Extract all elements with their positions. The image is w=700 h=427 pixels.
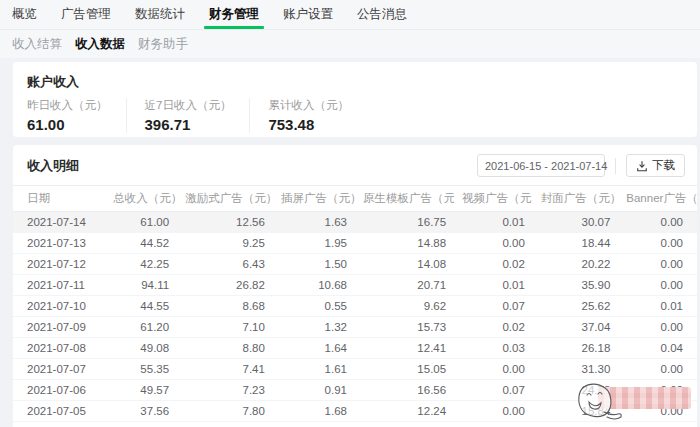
stat-value: 396.71 [145, 116, 232, 133]
cell-value: 8.68 [177, 296, 273, 317]
cell-date: 2021-07-06 [13, 380, 105, 401]
cell-value: 1.95 [273, 233, 355, 254]
income-detail-card: 收入明细 2021-06-15 - 2021-07-14 下载 [13, 145, 697, 427]
cell-value: 61.20 [105, 317, 177, 338]
table-row[interactable]: 2021-07-0649.577.230.9116.560.0724.780.0… [13, 380, 697, 401]
cell-value: 14.88 [355, 233, 454, 254]
topnav-item-ad-management[interactable]: 广告管理 [61, 0, 111, 29]
cell-value: 44.55 [105, 296, 177, 317]
cell-value: 0.01 [454, 212, 533, 233]
cell-date: 2021-07-13 [13, 233, 105, 254]
cell-value: 0.02 [618, 380, 697, 401]
cell-value: 26.82 [177, 275, 273, 296]
cell-value: 37.56 [105, 401, 177, 422]
cell-value: 20.71 [355, 275, 454, 296]
account-income-card: 账户收入 昨日收入（元）61.00近7日收入（元）396.71累计收入（元）75… [13, 62, 697, 137]
column-header-6: 封面广告（元） [533, 186, 619, 212]
cell-value: 0.00 [618, 317, 697, 338]
cell-value: 0.00 [454, 359, 533, 380]
cell-value: 0.07 [454, 296, 533, 317]
stat-value: 753.48 [268, 116, 349, 133]
stat-label: 近7日收入（元） [145, 98, 232, 113]
cell-value: 20.22 [533, 254, 619, 275]
stat-label: 累计收入（元） [268, 98, 349, 113]
table-row[interactable]: 2021-07-1461.0012.561.6316.750.0130.070.… [13, 212, 697, 233]
cell-value: 61.00 [105, 212, 177, 233]
cell-value: 0.00 [454, 233, 533, 254]
table-row[interactable]: 2021-07-1242.256.431.5014.080.0220.220.0… [13, 254, 697, 275]
cell-value: 10.68 [273, 275, 355, 296]
cell-value: 1.61 [273, 359, 355, 380]
cell-date: 2021-07-08 [13, 338, 105, 359]
detail-controls: 2021-06-15 - 2021-07-14 下载 [477, 154, 685, 177]
subnav-item-financial-assistant[interactable]: 财务助手 [138, 36, 188, 53]
cell-value: 0.00 [618, 275, 697, 296]
cell-value: 26.18 [533, 338, 619, 359]
cell-value: 1.32 [273, 317, 355, 338]
topnav-item-overview[interactable]: 概览 [12, 0, 37, 29]
cell-value: 16.56 [355, 380, 454, 401]
cell-value: 6.43 [177, 254, 273, 275]
cell-value: 25.62 [533, 296, 619, 317]
cell-value: 0.00 [618, 254, 697, 275]
cell-value: 94.11 [105, 275, 177, 296]
cell-value: 0.04 [618, 338, 697, 359]
cell-value: 1.63 [273, 212, 355, 233]
column-header-0: 日期 [13, 186, 105, 212]
column-header-7: Banner广告（元） [618, 186, 697, 212]
cell-value: 12.56 [177, 212, 273, 233]
topnav-item-financial-management[interactable]: 财务管理 [209, 0, 259, 29]
cell-value: 0.00 [618, 401, 697, 422]
cell-value: 15.05 [355, 359, 454, 380]
cell-value: 0.00 [618, 359, 697, 380]
cell-value: 0.03 [454, 338, 533, 359]
stat-item: 累计收入（元）753.48 [268, 98, 367, 133]
cell-date: 2021-07-05 [13, 401, 105, 422]
stat-label: 昨日收入（元） [27, 98, 108, 113]
cell-value: 35.90 [533, 275, 619, 296]
cell-value: 7.10 [177, 317, 273, 338]
column-header-5: 视频广告（元） [454, 186, 533, 212]
cell-value: 12.41 [355, 338, 454, 359]
table-row[interactable]: 2021-07-0961.207.101.3215.730.0237.040.0… [13, 317, 697, 338]
cell-date: 2021-07-12 [13, 254, 105, 275]
cell-value: 14.08 [355, 254, 454, 275]
topnav-item-data-statistics[interactable]: 数据统计 [135, 0, 185, 29]
cell-value: 0.55 [273, 296, 355, 317]
table-row[interactable]: 2021-07-1344.529.251.9514.880.0018.440.0… [13, 233, 697, 254]
cell-value: 1.68 [273, 401, 355, 422]
download-button-label: 下载 [652, 158, 675, 173]
date-range-picker[interactable]: 2021-06-15 - 2021-07-14 [477, 154, 605, 177]
income-detail-header: 收入明细 2021-06-15 - 2021-07-14 下载 [13, 145, 697, 185]
cell-value: 15.84 [533, 401, 619, 422]
table-row[interactable]: 2021-07-0537.567.801.6812.240.0015.840.0… [13, 401, 697, 422]
topnav-item-announcements[interactable]: 公告消息 [357, 0, 407, 29]
stat-value: 61.00 [27, 116, 108, 133]
income-table: 日期总收入（元）激励式广告（元）插屏广告（元）原生模板广告（元）视频广告（元）封… [13, 185, 697, 422]
download-button[interactable]: 下载 [626, 154, 685, 177]
account-income-title: 账户收入 [13, 62, 697, 91]
cell-value: 30.07 [533, 212, 619, 233]
cell-date: 2021-07-10 [13, 296, 105, 317]
table-row[interactable]: 2021-07-1044.558.680.559.620.0725.620.01 [13, 296, 697, 317]
cell-value: 7.41 [177, 359, 273, 380]
table-row[interactable]: 2021-07-1194.1126.8210.6820.710.0135.900… [13, 275, 697, 296]
top-nav: 概览广告管理数据统计财务管理账户设置公告消息 [0, 0, 700, 30]
cell-value: 0.02 [454, 254, 533, 275]
column-header-3: 插屏广告（元） [273, 186, 355, 212]
cell-value: 42.25 [105, 254, 177, 275]
cell-date: 2021-07-07 [13, 359, 105, 380]
topnav-item-account-settings[interactable]: 账户设置 [283, 0, 333, 29]
table-row[interactable]: 2021-07-0849.088.801.6412.410.0326.180.0… [13, 338, 697, 359]
table-row[interactable]: 2021-07-0755.357.411.6115.050.0031.300.0… [13, 359, 697, 380]
account-income-stats: 昨日收入（元）61.00近7日收入（元）396.71累计收入（元）753.48 [13, 91, 697, 133]
sub-nav: 收入结算收入数据财务助手 [0, 30, 700, 58]
cell-value: 0.07 [454, 380, 533, 401]
cell-date: 2021-07-14 [13, 212, 105, 233]
cell-value: 9.25 [177, 233, 273, 254]
cell-value: 15.73 [355, 317, 454, 338]
subnav-item-income-data[interactable]: 收入数据 [75, 36, 125, 53]
subnav-item-income-settlement[interactable]: 收入结算 [12, 36, 62, 53]
column-header-2: 激励式广告（元） [177, 186, 273, 212]
cell-value: 7.23 [177, 380, 273, 401]
